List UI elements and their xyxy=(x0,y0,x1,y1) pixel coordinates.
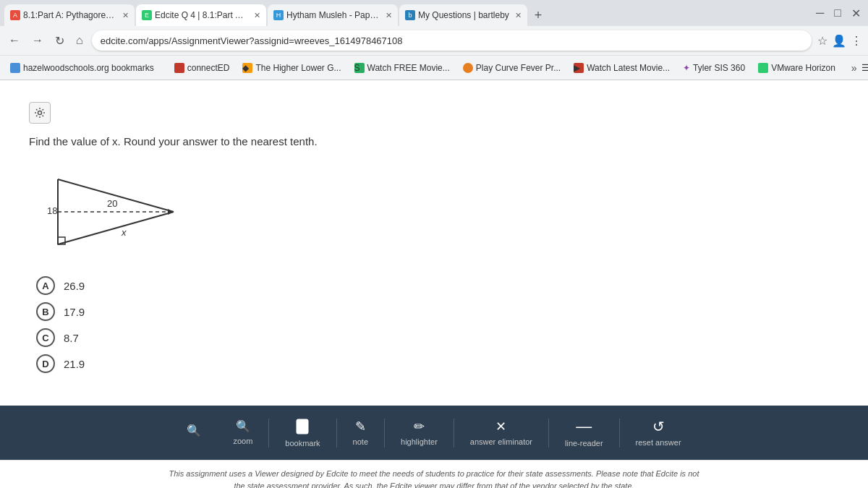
bookmark-curve-fever-label: Play Curve Fever Pr... xyxy=(476,63,561,73)
zoom-out-icon: 🔍 xyxy=(187,425,201,437)
zoom-out-tool[interactable]: 🔍 xyxy=(171,425,217,441)
tab-title-3: Hytham Musleh - Paper Copy - C xyxy=(286,10,380,20)
bookmark-higher-lower-icon: ◆ xyxy=(242,63,252,73)
question-instruction: Find the value of x. Round your answer t… xyxy=(29,135,839,147)
settings-button[interactable] xyxy=(29,102,51,124)
line-reader-label: line-reader xyxy=(565,439,603,448)
bookmark-curve-fever-icon xyxy=(463,63,473,73)
choice-a-text: 26.9 xyxy=(64,280,85,292)
tab-3[interactable]: H Hytham Musleh - Paper Copy - C ✕ xyxy=(268,4,398,26)
note-icon: ✎ xyxy=(355,420,366,433)
triangle-svg: 18 20 x xyxy=(43,165,203,259)
bookmark-tyler-sis-label: Tyler SIS 360 xyxy=(693,63,745,73)
svg-point-0 xyxy=(38,111,42,115)
maximize-button[interactable]: □ xyxy=(831,4,844,23)
bookmark-watch-free-label: Watch FREE Movie... xyxy=(367,63,450,73)
note-tool[interactable]: ✎ note xyxy=(337,420,384,446)
side-18-label: 18 xyxy=(47,205,57,216)
bookmark-tyler-sis[interactable]: ✦ Tyler SIS 360 xyxy=(678,61,749,74)
bookmarks-bar: hazelwoodschools.org bookmarks connectED… xyxy=(0,55,868,80)
address-bar: ← → ↻ ⌂ ☆ 👤 ⋮ xyxy=(0,26,868,55)
address-input[interactable] xyxy=(92,30,812,51)
line-reader-icon: — xyxy=(576,419,592,435)
tab-close-1[interactable]: ✕ xyxy=(122,11,129,20)
zoom-label: zoom xyxy=(233,437,252,445)
home-button[interactable]: ⌂ xyxy=(73,31,86,50)
tab-title-2: Edcite Q 4 | 8.1:Part A: Pythago xyxy=(155,10,248,20)
close-button[interactable]: ✕ xyxy=(848,4,864,23)
tab-bar: A 8.1:Part A: Pythagorean Theore ✕ E Edc… xyxy=(0,0,868,26)
triangle-figure: 18 20 x xyxy=(43,165,839,259)
bookmark-vmware[interactable]: VMware Horizon xyxy=(754,61,840,74)
answer-eliminator-tool[interactable]: ✕ answer eliminator xyxy=(454,420,548,446)
choice-d[interactable]: D 21.9 xyxy=(36,354,839,373)
main-content: Find the value of x. Round your answer t… xyxy=(0,80,868,406)
answer-eliminator-label: answer eliminator xyxy=(470,437,532,446)
browser-chrome: A 8.1:Part A: Pythagorean Theore ✕ E Edc… xyxy=(0,0,868,80)
bookmark-icon xyxy=(295,419,310,435)
reading-list-icon: ☰ xyxy=(861,63,868,73)
bookmarks-more[interactable]: » xyxy=(851,62,857,74)
choice-c-text: 8.7 xyxy=(64,332,79,344)
zoom-in-tool[interactable]: 🔍 zoom xyxy=(217,421,268,445)
new-tab-button[interactable]: + xyxy=(529,8,548,23)
bookmark-connected-icon xyxy=(174,63,184,73)
bottom-toolbar: 🔍 🔍 zoom bookmark ✎ note ✏ highlighter ✕… xyxy=(0,406,868,460)
browser-toolbar-icons: ☆ 👤 ⋮ xyxy=(817,34,862,48)
tab-favicon-3: H xyxy=(273,10,284,20)
tab-4[interactable]: b My Questions | bartleby ✕ xyxy=(399,4,527,26)
settings-row xyxy=(29,102,839,124)
bookmark-tool[interactable]: bookmark xyxy=(269,419,336,448)
highlighter-icon: ✏ xyxy=(414,420,425,433)
tab-close-4[interactable]: ✕ xyxy=(515,11,522,20)
highlighter-tool[interactable]: ✏ highlighter xyxy=(385,420,454,446)
note-label: note xyxy=(353,437,368,446)
choice-a[interactable]: A 26.9 xyxy=(36,276,839,295)
profile-icon[interactable]: 👤 xyxy=(832,34,846,48)
choice-b[interactable]: B 17.9 xyxy=(36,302,839,321)
tab-close-3[interactable]: ✕ xyxy=(386,11,392,20)
tab-title-1: 8.1:Part A: Pythagorean Theore xyxy=(23,10,116,20)
forward-button[interactable]: → xyxy=(29,31,46,50)
bookmark-hazelwood[interactable]: hazelwoodschools.org bookmarks xyxy=(6,61,158,74)
bookmark-vmware-icon xyxy=(758,63,768,73)
bookmark-watch-free[interactable]: S Watch FREE Movie... xyxy=(350,61,454,74)
line-reader-tool[interactable]: — line-reader xyxy=(549,419,619,448)
choice-c[interactable]: C 8.7 xyxy=(36,328,839,347)
answer-choices: A 26.9 B 17.9 C 8.7 D 21.9 xyxy=(36,276,839,373)
bookmark-tyler-sis-icon: ✦ xyxy=(683,63,690,73)
footer-text-2: the state assessment provider. As such, … xyxy=(14,480,854,489)
tab-favicon-2: E xyxy=(142,10,152,20)
bookmark-curve-fever[interactable]: Play Curve Fever Pr... xyxy=(459,61,565,74)
tab-close-2[interactable]: ✕ xyxy=(254,11,260,20)
minimize-button[interactable]: ─ xyxy=(813,4,827,23)
svg-line-2 xyxy=(58,212,174,244)
bookmark-vmware-label: VMware Horizon xyxy=(771,63,835,73)
reset-answer-tool[interactable]: ↺ reset answer xyxy=(620,419,697,447)
star-icon[interactable]: ☆ xyxy=(817,34,827,48)
choice-a-circle: A xyxy=(36,276,55,295)
choice-b-circle: B xyxy=(36,302,55,321)
tab-favicon-1: A xyxy=(10,10,20,20)
answer-eliminator-icon: ✕ xyxy=(495,420,506,433)
reset-answer-icon: ↺ xyxy=(652,419,665,434)
reload-button[interactable]: ↻ xyxy=(52,31,67,51)
menu-icon[interactable]: ⋮ xyxy=(851,34,862,48)
side-x-label: x xyxy=(121,227,127,238)
tab-1[interactable]: A 8.1:Part A: Pythagorean Theore ✕ xyxy=(4,4,135,26)
choice-c-circle: C xyxy=(36,328,55,347)
side-20-label: 20 xyxy=(107,198,117,209)
bookmark-connected[interactable]: connectED xyxy=(170,61,234,74)
bookmark-higher-lower[interactable]: ◆ The Higher Lower G... xyxy=(238,61,345,74)
back-button[interactable]: ← xyxy=(6,31,23,50)
highlighter-label: highlighter xyxy=(401,437,438,446)
bookmark-hazelwood-label: hazelwoodschools.org bookmarks xyxy=(23,63,154,73)
reading-list-button[interactable]: ☰ Reading list xyxy=(861,58,868,78)
bookmark-connected-label: connectED xyxy=(187,63,230,73)
bookmark-watch-latest[interactable]: ▶ Watch Latest Movie... xyxy=(569,61,674,74)
svg-rect-7 xyxy=(297,419,308,434)
bookmark-higher-lower-label: The Higher Lower G... xyxy=(255,63,341,73)
bookmark-label: bookmark xyxy=(285,439,320,448)
footer: This assignment uses a Viewer designed b… xyxy=(0,460,868,488)
tab-2[interactable]: E Edcite Q 4 | 8.1:Part A: Pythago ✕ xyxy=(136,4,266,26)
